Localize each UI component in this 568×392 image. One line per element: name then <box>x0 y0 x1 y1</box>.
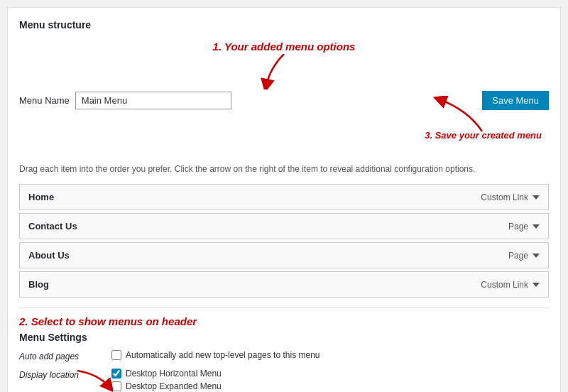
settings-title: Menu Settings <box>19 332 549 343</box>
menu-item-home: Home Custom Link <box>19 184 549 210</box>
annotation-1-area: 1. Your added menu options <box>19 40 549 89</box>
menu-structure-panel: Menu structure 1. Your added menu option… <box>7 7 561 392</box>
arrow-3-svg <box>432 96 496 135</box>
location-desktop-horizontal-label: Desktop Horizontal Menu <box>126 369 222 379</box>
auto-add-checkbox-label: Automatically add new top-level pages to… <box>126 350 320 360</box>
drag-hint: Drag each item into the order you prefer… <box>19 163 549 175</box>
location-desktop-expanded-label: Desktop Expanded Menu <box>126 381 222 391</box>
menu-name-label: Menu Name <box>19 95 70 106</box>
chevron-home[interactable] <box>532 195 540 200</box>
menu-item-name-blog: Blog <box>28 279 49 290</box>
menu-item-name-home: Home <box>28 192 54 202</box>
location-desktop-horizontal: Desktop Horizontal Menu <box>111 369 549 379</box>
menu-item-contact: Contact Us Page <box>19 213 549 239</box>
menu-item-about: About Us Page <box>19 242 549 268</box>
annotation-3-area: 3. Save your created menu <box>19 117 549 160</box>
menu-item-name-about: About Us <box>28 250 70 261</box>
chevron-blog[interactable] <box>532 283 540 287</box>
menu-item-type-blog: Custom Link <box>481 280 540 290</box>
location-desktop-horizontal-checkbox[interactable] <box>111 369 121 379</box>
auto-add-content: Automatically add new top-level pages to… <box>111 350 549 363</box>
auto-add-checkbox[interactable] <box>111 350 121 360</box>
location-desktop-expanded: Desktop Expanded Menu <box>111 381 549 391</box>
arrow-2-svg <box>70 367 113 392</box>
annotation-2-text: 2. Select to show menus on header <box>19 315 549 327</box>
display-location-row: Display location Desktop Horizontal Menu… <box>19 369 549 392</box>
menu-name-group: Menu Name <box>19 92 231 109</box>
menu-item-type-about: Page <box>508 251 540 261</box>
chevron-contact[interactable] <box>532 224 540 229</box>
menu-item-name-contact: Contact Us <box>28 221 77 232</box>
chevron-about[interactable] <box>532 254 540 258</box>
display-location-content: Desktop Horizontal Menu Desktop Expanded… <box>111 369 549 392</box>
menu-item-blog: Blog Custom Link <box>19 271 549 298</box>
settings-divider <box>19 307 549 308</box>
annotation-1-text: 1. Your added menu options <box>213 40 356 53</box>
auto-add-checkbox-row: Automatically add new top-level pages to… <box>111 350 549 360</box>
panel-title: Menu structure <box>19 19 549 31</box>
auto-add-label: Auto add pages <box>19 350 111 361</box>
auto-add-row: Auto add pages Automatically add new top… <box>19 350 549 363</box>
menu-items-list: Home Custom Link Contact Us Page About U… <box>19 184 549 298</box>
location-desktop-expanded-checkbox[interactable] <box>111 381 121 391</box>
menu-item-type-home: Custom Link <box>481 192 540 202</box>
menu-item-type-contact: Page <box>508 222 540 232</box>
arrow-1-svg <box>256 54 312 89</box>
menu-name-input[interactable] <box>75 92 231 109</box>
